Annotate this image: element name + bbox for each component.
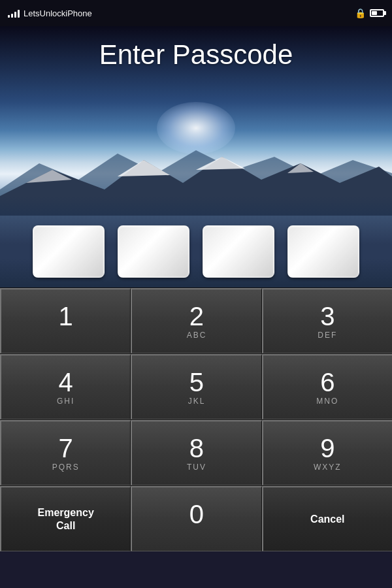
- key-1-letters: [64, 331, 67, 340]
- title-overlay: [0, 196, 392, 216]
- key-0-number: 0: [189, 501, 204, 527]
- page-title: Enter Passcode: [0, 39, 392, 71]
- passcode-box-1: [33, 225, 105, 278]
- lock-icon: 🔒: [355, 8, 366, 18]
- status-bar: LetsUnlockiPhone 🔒: [0, 0, 392, 26]
- key-0-letters: [195, 529, 198, 538]
- signal-bar-2: [11, 14, 13, 18]
- signal-bar-1: [8, 15, 10, 18]
- key-1-number: 1: [59, 303, 73, 329]
- signal-bar-3: [14, 12, 16, 18]
- cancel-label: Cancel: [310, 513, 344, 525]
- key-7-letters: PQRS: [52, 463, 80, 472]
- key-2-letters: ABC: [187, 331, 207, 340]
- key-2-number: 2: [189, 303, 204, 329]
- key-9-number: 9: [320, 435, 335, 461]
- emergency-call-button[interactable]: EmergencyCall: [0, 486, 131, 551]
- keypad-row-bottom: EmergencyCall 0 Cancel: [0, 485, 392, 551]
- key-9-letters: WXYZ: [314, 463, 342, 472]
- status-right: 🔒: [355, 8, 384, 18]
- passcode-box-4: [287, 225, 359, 278]
- key-6-letters: MNO: [316, 397, 338, 406]
- key-1[interactable]: 1: [0, 288, 131, 353]
- key-5[interactable]: 5 JKL: [131, 354, 261, 419]
- key-8-number: 8: [189, 435, 204, 461]
- carrier-name: LetsUnlockiPhone: [24, 8, 92, 18]
- key-3-letters: DEF: [318, 331, 337, 340]
- keypad-row-2: 4 GHI 5 JKL 6 MNO: [0, 353, 392, 419]
- passcode-box-3: [203, 225, 274, 278]
- status-left: LetsUnlockiPhone: [8, 8, 92, 18]
- key-7[interactable]: 7 PQRS: [0, 420, 131, 485]
- passcode-boxes-section: [0, 216, 392, 287]
- top-section: Enter Passcode: [0, 26, 392, 216]
- signal-bars-icon: [8, 8, 20, 18]
- key-9[interactable]: 9 WXYZ: [262, 420, 392, 485]
- signal-bar-4: [18, 10, 20, 18]
- key-3-number: 3: [320, 303, 335, 329]
- cancel-button[interactable]: Cancel: [262, 486, 392, 551]
- key-5-letters: JKL: [188, 397, 206, 406]
- battery-icon: [370, 9, 384, 17]
- passcode-box-2: [118, 225, 189, 278]
- keypad-row-1: 1 2 ABC 3 DEF: [0, 287, 392, 353]
- key-4-letters: GHI: [57, 397, 74, 406]
- keypad: 1 2 ABC 3 DEF 4 GHI 5 JKL 6 MNO 7 PQRS: [0, 287, 392, 551]
- key-8[interactable]: 8 TUV: [131, 420, 261, 485]
- key-5-number: 5: [189, 369, 204, 395]
- key-7-number: 7: [59, 435, 73, 461]
- keypad-row-3: 7 PQRS 8 TUV 9 WXYZ: [0, 419, 392, 485]
- emergency-call-label: EmergencyCall: [38, 506, 94, 531]
- key-3[interactable]: 3 DEF: [262, 288, 392, 353]
- battery-fill: [372, 11, 377, 15]
- key-4[interactable]: 4 GHI: [0, 354, 131, 419]
- key-8-letters: TUV: [187, 463, 206, 472]
- key-6[interactable]: 6 MNO: [262, 354, 392, 419]
- key-6-number: 6: [320, 369, 335, 395]
- key-0[interactable]: 0: [131, 486, 261, 551]
- key-2[interactable]: 2 ABC: [131, 288, 261, 353]
- key-4-number: 4: [59, 369, 73, 395]
